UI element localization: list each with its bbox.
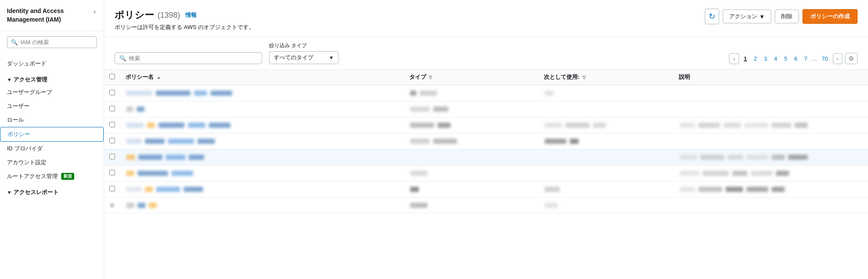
search-box[interactable]: 🔍 bbox=[115, 52, 262, 64]
create-label: ポリシーの作成 bbox=[810, 13, 850, 19]
column-policy-name[interactable]: ポリシー名 ▲ bbox=[120, 70, 404, 85]
sidebar-item-user-groups[interactable]: ユーザーグループ bbox=[0, 85, 104, 99]
row-checkbox[interactable] bbox=[109, 90, 115, 95]
row-checkbox-cell bbox=[104, 85, 120, 101]
policy-name-text[interactable] bbox=[189, 155, 204, 160]
policy-name-text[interactable] bbox=[126, 139, 141, 144]
policy-name-text[interactable] bbox=[171, 171, 193, 176]
info-link[interactable]: 情報 bbox=[185, 11, 197, 19]
policy-name-cell bbox=[120, 149, 404, 165]
used-as-text bbox=[570, 139, 579, 144]
pagination-settings-button[interactable]: ⚙ bbox=[845, 53, 858, 64]
policy-name-text[interactable] bbox=[210, 91, 232, 96]
sidebar-item-policies[interactable]: ポリシー bbox=[0, 127, 104, 142]
policy-name-text[interactable] bbox=[145, 139, 164, 144]
policy-name-text[interactable] bbox=[126, 187, 141, 192]
sort-desc-icon: ▽ bbox=[582, 75, 586, 80]
row-checkbox[interactable] bbox=[109, 170, 115, 175]
sidebar-search-box[interactable]: 🔍 bbox=[7, 36, 97, 48]
row-checkbox-cell bbox=[104, 149, 120, 165]
page-70[interactable]: 70 bbox=[819, 55, 830, 63]
description-cell bbox=[674, 117, 868, 133]
type-cell bbox=[404, 133, 539, 149]
sidebar-item-root-access[interactable]: ルートアクセス管理 新規 bbox=[0, 169, 104, 183]
policy-name-text[interactable] bbox=[209, 123, 230, 128]
sort-asc-icon: ▲ bbox=[157, 75, 161, 80]
row-checkbox-cell: ⊙ bbox=[104, 198, 120, 213]
row-checkbox[interactable] bbox=[109, 106, 115, 111]
policy-name-text[interactable] bbox=[156, 187, 180, 192]
page-3[interactable]: 3 bbox=[762, 55, 769, 63]
sidebar-search-input[interactable] bbox=[20, 39, 93, 45]
sidebar-section-access-management: ▼ アクセス管理 bbox=[0, 71, 104, 85]
column-description: 説明 bbox=[674, 70, 868, 85]
policy-name-text[interactable] bbox=[168, 139, 194, 144]
policy-name-text[interactable] bbox=[138, 203, 145, 208]
expand-icon[interactable]: ⊙ bbox=[110, 202, 115, 208]
policy-name-text[interactable] bbox=[126, 203, 134, 208]
description-text bbox=[680, 155, 697, 160]
policy-name-text[interactable] bbox=[147, 123, 155, 128]
prev-page-button[interactable]: ‹ bbox=[729, 53, 739, 64]
description-text bbox=[746, 155, 768, 160]
policy-name-text[interactable] bbox=[126, 155, 135, 160]
row-checkbox[interactable] bbox=[109, 122, 115, 127]
create-policy-button[interactable]: ポリシーの作成 bbox=[802, 9, 858, 24]
policy-name-text[interactable] bbox=[126, 107, 133, 112]
description-text bbox=[723, 123, 741, 128]
policy-name-text[interactable] bbox=[126, 91, 152, 96]
sidebar-item-label: アカウント設定 bbox=[7, 159, 46, 166]
column-type[interactable]: タイプ ▽ bbox=[404, 70, 539, 85]
table-header-row: ポリシー名 ▲ タイプ ▽ 次として使用: ▽ 説明 bbox=[104, 70, 868, 85]
type-cell bbox=[404, 85, 539, 101]
page-7[interactable]: 7 bbox=[802, 55, 809, 63]
policy-name-text[interactable] bbox=[158, 123, 184, 128]
page-4[interactable]: 4 bbox=[772, 55, 779, 63]
sidebar-item-dashboard[interactable]: ダッシュボード bbox=[0, 57, 104, 71]
description-text bbox=[698, 187, 722, 192]
select-all-header bbox=[104, 70, 120, 85]
policy-name-text[interactable] bbox=[166, 155, 185, 160]
policy-name-text[interactable] bbox=[137, 107, 145, 112]
policy-name-text[interactable] bbox=[138, 171, 168, 176]
sidebar-item-users[interactable]: ユーザー bbox=[0, 99, 104, 113]
page-1[interactable]: 1 bbox=[742, 55, 749, 63]
column-used-as[interactable]: 次として使用: ▽ bbox=[539, 70, 674, 85]
sidebar-collapse-button[interactable]: ‹ bbox=[93, 7, 97, 16]
page-6[interactable]: 6 bbox=[792, 55, 799, 63]
policy-name-text[interactable] bbox=[156, 91, 191, 96]
delete-button[interactable]: 削除 bbox=[775, 10, 799, 23]
sidebar-item-roles[interactable]: ロール bbox=[0, 113, 104, 127]
used-as-text bbox=[545, 123, 562, 128]
used-as-cell bbox=[539, 198, 674, 213]
new-badge: 新規 bbox=[61, 173, 74, 180]
page-2[interactable]: 2 bbox=[752, 55, 759, 63]
policy-name-text[interactable] bbox=[126, 123, 144, 128]
row-checkbox[interactable] bbox=[109, 138, 115, 143]
description-cell bbox=[674, 101, 868, 117]
sidebar-item-account-settings[interactable]: アカウント設定 bbox=[0, 156, 104, 169]
row-checkbox[interactable] bbox=[109, 154, 115, 159]
search-input[interactable] bbox=[129, 55, 257, 62]
page-5[interactable]: 5 bbox=[782, 55, 789, 63]
sidebar-item-label: ダッシュボード bbox=[7, 60, 46, 68]
policy-name-text[interactable] bbox=[138, 155, 162, 160]
refresh-button[interactable]: ↻ bbox=[705, 9, 719, 24]
policy-name-text[interactable] bbox=[184, 187, 203, 192]
action-label: アクション bbox=[729, 13, 757, 20]
policy-name-text[interactable] bbox=[126, 171, 134, 176]
type-filter-select[interactable]: すべてのタイプ ▼ bbox=[269, 51, 339, 64]
policy-name-text[interactable] bbox=[149, 203, 157, 208]
policy-name-text[interactable] bbox=[194, 91, 207, 96]
next-page-button[interactable]: › bbox=[833, 53, 842, 64]
used-as-text bbox=[566, 123, 589, 128]
policy-name-text[interactable] bbox=[145, 187, 153, 192]
policy-name-cell bbox=[120, 165, 404, 182]
sidebar-item-id-providers[interactable]: ID プロバイダ bbox=[0, 142, 104, 156]
policy-name-text[interactable] bbox=[197, 139, 215, 144]
select-all-checkbox[interactable] bbox=[109, 74, 115, 79]
action-button[interactable]: アクション ▼ bbox=[723, 10, 771, 23]
policy-name-text[interactable] bbox=[188, 123, 205, 128]
row-checkbox[interactable] bbox=[109, 186, 115, 191]
sidebar-item-label: ルートアクセス管理 bbox=[7, 172, 58, 180]
